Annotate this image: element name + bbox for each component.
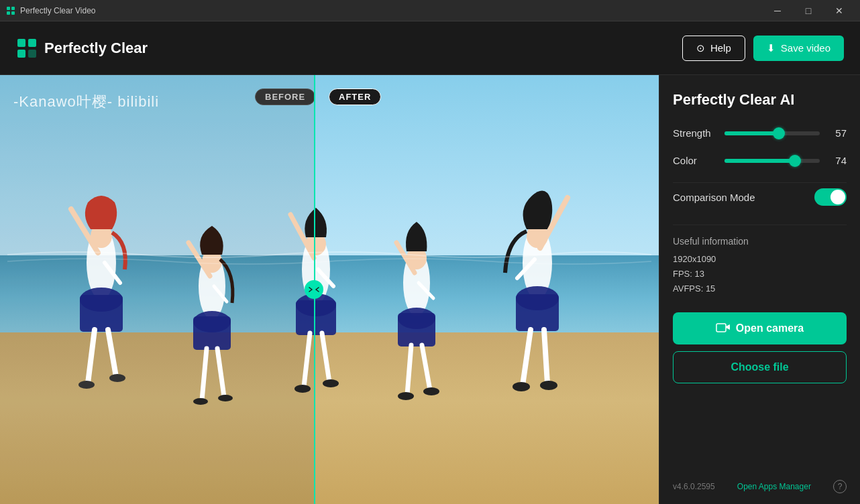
beach-bg — [0, 332, 659, 504]
help-button[interactable]: ⊙ Help — [682, 36, 745, 61]
svg-rect-1 — [11, 7, 15, 10]
sea-bg — [0, 255, 659, 341]
help-label: Help — [710, 42, 731, 54]
version-text: v4.6.0.2595 — [673, 482, 715, 491]
color-label: Color — [673, 155, 716, 166]
divider-handle[interactable] — [305, 280, 323, 299]
before-label: BEFORE — [255, 88, 315, 105]
svg-rect-58 — [716, 324, 726, 332]
comparison-label: Comparison Mode — [673, 192, 755, 203]
maximize-button[interactable]: □ — [793, 0, 824, 21]
logo-area: Perfectly Clear — [16, 38, 148, 59]
svg-rect-4 — [17, 39, 25, 47]
right-panel: Perfectly Clear AI Strength 57 Color 74 — [659, 75, 860, 504]
save-video-button[interactable]: ⬇ Save video — [753, 36, 844, 61]
panel-footer: v4.6.0.2595 Open Apps Manager ? — [673, 472, 847, 493]
logo-text: Perfectly Clear — [44, 40, 148, 57]
titlebar-controls: ─ □ ✕ — [762, 0, 855, 21]
header-buttons: ⊙ Help ⬇ Save video — [682, 36, 844, 61]
strength-slider[interactable] — [724, 131, 820, 135]
titlebar: Perfectly Clear Video ─ □ ✕ — [0, 0, 860, 21]
svg-rect-0 — [7, 7, 10, 10]
strength-row: Strength 57 — [673, 127, 847, 139]
panel-title: Perfectly Clear AI — [673, 91, 847, 109]
avfps-text: AVFPS: 15 — [673, 281, 847, 296]
download-icon: ⬇ — [767, 42, 775, 54]
comparison-toggle[interactable] — [814, 188, 847, 206]
strength-value: 57 — [828, 127, 847, 139]
color-row: Color 74 — [673, 155, 847, 166]
svg-rect-6 — [17, 50, 25, 58]
open-camera-button[interactable]: Open camera — [673, 312, 847, 344]
svg-rect-5 — [28, 39, 36, 47]
app-icon — [5, 5, 16, 16]
open-apps-manager-link[interactable]: Open Apps Manager — [737, 482, 811, 491]
info-title: Useful information — [673, 236, 847, 247]
main-area: BEFORE AFTER -Kanawo叶樱- bilibili — [0, 75, 860, 504]
fps-text: FPS: 13 — [673, 267, 847, 281]
save-label: Save video — [781, 42, 830, 54]
comparison-row: Comparison Mode — [673, 182, 847, 206]
video-area: BEFORE AFTER -Kanawo叶樱- bilibili — [0, 75, 659, 504]
minimize-button[interactable]: ─ — [762, 0, 793, 21]
camera-icon — [716, 322, 731, 335]
help-icon: ⊙ — [696, 42, 705, 54]
close-button[interactable]: ✕ — [824, 0, 855, 21]
toggle-knob — [830, 190, 845, 204]
strength-label: Strength — [673, 127, 716, 139]
svg-rect-7 — [28, 50, 36, 58]
titlebar-left: Perfectly Clear Video — [5, 5, 96, 16]
video-frame: -Kanawo叶樱- bilibili — [0, 75, 659, 504]
after-label: AFTER — [329, 88, 381, 105]
titlebar-title: Perfectly Clear Video — [20, 6, 96, 15]
info-section: Useful information 1920x1090 FPS: 13 AVF… — [673, 225, 847, 296]
help-small-icon[interactable]: ? — [833, 480, 847, 493]
choose-file-button[interactable]: Choose file — [673, 351, 847, 383]
resolution-text: 1920x1090 — [673, 252, 847, 267]
svg-rect-3 — [11, 11, 15, 15]
color-slider[interactable] — [724, 159, 820, 163]
choose-file-label: Choose file — [731, 361, 788, 373]
svg-rect-2 — [7, 11, 10, 15]
watermark-text: -Kanawo叶樱- bilibili — [13, 92, 159, 112]
open-camera-label: Open camera — [736, 322, 804, 334]
logo-icon — [16, 38, 38, 59]
color-value: 74 — [828, 155, 847, 166]
header: Perfectly Clear ⊙ Help ⬇ Save video — [0, 21, 860, 75]
